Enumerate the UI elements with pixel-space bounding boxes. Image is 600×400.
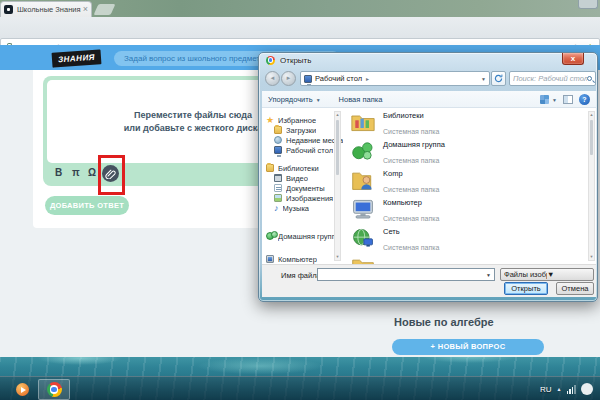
file-name: Библиотеки [383, 111, 439, 120]
file-type: Системная папка [383, 244, 439, 251]
filetype-select[interactable]: Файлы изображений ▼ [500, 268, 594, 281]
sidebar-item-computer[interactable]: Компьютер [266, 254, 344, 264]
dialog-close-button[interactable]: x [562, 53, 584, 65]
star-icon: ★ [266, 116, 274, 124]
libraries-icon [266, 164, 274, 172]
help-icon[interactable]: ? [579, 94, 590, 105]
dropzone-text-line2: или добавьте с жесткого диска [124, 122, 263, 135]
sidebar-label: Компьютер [278, 255, 317, 264]
site-logo[interactable]: ЗНАНИЯ [52, 49, 102, 67]
views-icon [540, 95, 549, 104]
file-type: Системная папка [383, 128, 439, 135]
tray-expand-icon[interactable]: ▲ [557, 386, 562, 392]
new-folder-button[interactable]: Новая папка [339, 95, 383, 104]
views-button[interactable]: ▼ [540, 95, 557, 104]
scroll-up-icon[interactable]: ▲ [589, 112, 594, 118]
scroll-up-icon[interactable]: ▲ [335, 112, 340, 118]
screen: Школьные Знания.com × Надежный | https:/… [0, 0, 600, 400]
computer-monitor-icon [351, 198, 375, 220]
omega-button[interactable]: Ω [88, 167, 96, 178]
list-scrollbar[interactable]: ▲ ▼ [588, 111, 595, 261]
file-item-libraries[interactable]: Библиотеки Системная папка [351, 111, 551, 137]
file-name: Komp [383, 169, 439, 178]
sidebar-scrollbar[interactable]: ▲ ▼ [334, 111, 341, 261]
dialog-body: ★ Избранное Загрузки Недавние места Рабо… [262, 108, 596, 264]
browser-tab[interactable]: Школьные Знания.com × [0, 1, 92, 17]
network-icon[interactable] [567, 385, 576, 394]
file-type: Системная папка [383, 215, 439, 222]
dialog-toolbar: Упорядочить ▼ Новая папка ▼ ? [262, 91, 596, 108]
filetype-dropdown-icon: ▼ [547, 270, 590, 279]
filename-dropdown-icon[interactable]: ▼ [486, 272, 491, 278]
pi-button[interactable]: π [72, 167, 80, 178]
sidebar-label: Музыка [283, 204, 310, 213]
tab-close-icon[interactable]: × [83, 5, 88, 14]
file-item-computer[interactable]: Компьютер Системная папка [351, 198, 551, 224]
sidebar-item-favorites[interactable]: ★ Избранное [266, 115, 344, 125]
scrollbar-thumb[interactable] [590, 120, 593, 155]
organize-button[interactable]: Упорядочить [268, 95, 313, 104]
homegroup-icon [266, 232, 274, 240]
sidebar-item-libraries[interactable]: Библиотеки [266, 163, 344, 173]
breadcrumb-dropdown-icon[interactable]: ▼ [481, 76, 486, 82]
open-file-dialog: Открыть x ◄ ► Рабочий стол ▸ ▼ Поиск: Ра… [258, 52, 598, 302]
file-type: Системная папка [383, 157, 439, 164]
search-placeholder: Поиск: Рабочий стол [513, 74, 587, 83]
folder-icon [351, 256, 375, 264]
file-name: Сеть [383, 227, 439, 236]
documents-icon [274, 184, 282, 192]
dialog-titlebar[interactable]: Открыть [259, 53, 597, 67]
views-dropdown-icon: ▼ [552, 97, 557, 103]
highlight-red-box [98, 155, 125, 195]
tab-title: Школьные Знания.com [17, 5, 81, 14]
breadcrumb[interactable]: Рабочий стол ▸ ▼ [300, 71, 490, 86]
dialog-search-input[interactable]: Поиск: Рабочий стол [509, 71, 596, 86]
open-button[interactable]: Открыть [504, 282, 548, 295]
file-item-user-folder[interactable]: Komp Системная папка [351, 169, 551, 195]
taskbar: RU ▲ [0, 376, 600, 400]
scrollbar-thumb[interactable] [336, 120, 339, 175]
bold-button[interactable]: B [55, 167, 62, 178]
dialog-nav-row: ◄ ► Рабочий стол ▸ ▼ Поиск: Рабочий стол [262, 67, 596, 91]
taskbar-chrome-button[interactable] [38, 379, 70, 400]
tray-status-icon[interactable] [581, 383, 593, 395]
dialog-footer: Имя файла: ▼ Файлы изображений ▼ Открыть… [262, 264, 596, 297]
language-indicator[interactable]: RU [540, 385, 552, 394]
sidebar-item-homegroup[interactable]: Домашняя группа [266, 231, 344, 241]
file-item-homegroup[interactable]: Домашняя группа Системная папка [351, 140, 551, 166]
music-icon: ♪ [274, 204, 279, 212]
recent-places-icon [274, 136, 282, 144]
downloads-folder-icon [274, 126, 282, 134]
scroll-down-icon[interactable]: ▼ [335, 254, 340, 260]
sidebar-label: Загрузки [286, 126, 316, 135]
file-name: Домашняя группа [383, 140, 445, 149]
new-question-button[interactable]: + НОВЫЙ ВОПРОС [392, 339, 544, 355]
video-icon [274, 174, 282, 182]
network-globe-icon [351, 227, 375, 249]
sidebar-label: Видео [286, 174, 308, 183]
file-name: Компьютер [383, 198, 439, 207]
chrome-icon [266, 56, 275, 65]
toolbar-right-icons: ▼ ? [540, 94, 590, 105]
preview-pane-icon[interactable] [563, 95, 573, 104]
refresh-button[interactable] [491, 71, 506, 86]
sidebar-label: Библиотеки [278, 164, 319, 173]
file-item-network[interactable]: Сеть Системная папка [351, 227, 551, 253]
pictures-icon [274, 194, 282, 202]
sidebar-label: Изображения [286, 194, 333, 203]
taskbar-app-icon[interactable] [16, 383, 29, 396]
feed-heading: Новые по алгебре [394, 316, 494, 328]
add-answer-button[interactable]: ДОБАВИТЬ ОТВЕТ [45, 196, 129, 215]
file-item-partial[interactable] [351, 256, 551, 264]
back-button[interactable]: ◄ [265, 71, 280, 86]
scroll-down-icon[interactable]: ▼ [589, 254, 594, 260]
site-favicon-icon [4, 5, 13, 14]
window-control-button[interactable] [578, 0, 598, 9]
filename-input[interactable]: ▼ [317, 268, 495, 281]
chrome-icon [47, 382, 62, 397]
refresh-icon [494, 74, 503, 83]
forward-button[interactable]: ► [281, 71, 296, 86]
search-icon [587, 76, 592, 81]
cancel-button[interactable]: Отмена [556, 282, 594, 295]
desktop-icon [274, 146, 282, 154]
